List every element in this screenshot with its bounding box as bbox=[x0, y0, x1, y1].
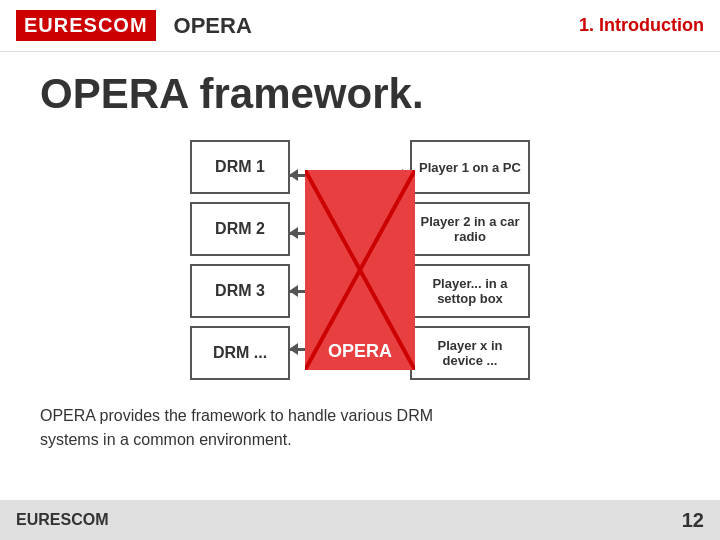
opera-x-lines bbox=[305, 170, 415, 370]
page-title: OPERA framework. bbox=[40, 70, 680, 118]
player-box-1: Player 1 on a PC bbox=[410, 140, 530, 194]
main-content: OPERA framework. DRM 1 DRM 2 DRM 3 DRM .… bbox=[0, 52, 720, 474]
player-box-2: Player 2 in a car radio bbox=[410, 202, 530, 256]
section-label: 1. Introduction bbox=[579, 15, 704, 36]
footer: EURESCOM 12 bbox=[0, 500, 720, 540]
header: EURESCOM OPERA 1. Introduction bbox=[0, 0, 720, 52]
footer-page-number: 12 bbox=[682, 509, 704, 532]
player-box-3: Player... in a settop box bbox=[410, 264, 530, 318]
drm-box-2: DRM 2 bbox=[190, 202, 290, 256]
footer-logo: EURESCOM bbox=[16, 511, 108, 529]
opera-heading: OPERA bbox=[174, 13, 252, 39]
drm-column: DRM 1 DRM 2 DRM 3 DRM ... bbox=[190, 140, 290, 384]
drm-box-4: DRM ... bbox=[190, 326, 290, 380]
eurescom-logo: EURESCOM bbox=[16, 10, 156, 41]
diagram: DRM 1 DRM 2 DRM 3 DRM ... OPERA bbox=[40, 140, 680, 384]
description-text: OPERA provides the framework to handle v… bbox=[40, 404, 680, 452]
drm-box-3: DRM 3 bbox=[190, 264, 290, 318]
player-box-4: Player x in device ... bbox=[410, 326, 530, 380]
drm-box-1: DRM 1 bbox=[190, 140, 290, 194]
logo-area: EURESCOM OPERA bbox=[16, 10, 252, 41]
opera-center-box: OPERA bbox=[305, 170, 415, 370]
player-column: Player 1 on a PC Player 2 in a car radio… bbox=[410, 140, 530, 384]
